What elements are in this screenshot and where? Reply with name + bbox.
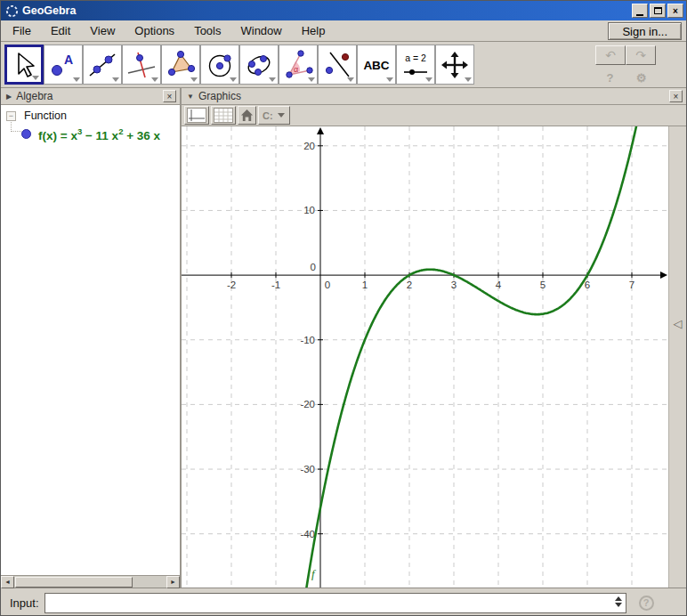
y-axis-tick-label: 0 (311, 262, 316, 272)
algebra-collapse-icon[interactable]: ▶ (6, 93, 12, 101)
graphics-panel: ▼ Graphics × (182, 88, 686, 588)
tool-dropdown-icon[interactable] (151, 77, 158, 82)
scroll-left-button[interactable]: ◄ (1, 576, 14, 588)
tool-dropdown-icon[interactable] (230, 77, 237, 82)
algebra-title: Algebra (16, 90, 53, 102)
tree-connector (11, 120, 21, 132)
perpendicular-line-tool-button[interactable] (122, 45, 161, 85)
menu-window[interactable]: Window (230, 21, 291, 40)
perpendicular-line-icon (126, 50, 157, 80)
move-tool-button[interactable] (4, 45, 44, 85)
x-axis-tick-label: 2 (407, 280, 412, 290)
undo-button[interactable]: ↶ (595, 45, 626, 65)
tool-dropdown-icon[interactable] (308, 77, 315, 82)
menu-view[interactable]: View (80, 21, 125, 40)
line-icon (87, 50, 117, 80)
axes-icon (187, 108, 206, 123)
point-capturing-button[interactable]: C: (258, 106, 290, 125)
maximize-icon (654, 7, 662, 14)
help-icon[interactable]: ? (607, 71, 614, 85)
toggle-grid-button[interactable] (211, 106, 236, 125)
function-group-node[interactable]: − Function (6, 109, 180, 122)
tool-dropdown-icon[interactable] (73, 77, 80, 82)
tool-dropdown-icon[interactable] (112, 77, 119, 82)
minimize-icon (636, 14, 643, 16)
reflect-tool-button[interactable] (318, 45, 357, 85)
menu-bar: File Edit View Options Tools Window Help… (1, 20, 686, 42)
graphics-canvas[interactable]: -2-101234567-40-30-20-1001020f (182, 126, 668, 588)
curve-label: f (311, 567, 317, 580)
function-plot[interactable]: -2-101234567-40-30-20-1001020f (182, 126, 668, 588)
collapse-left-icon[interactable]: ◁ (674, 317, 683, 588)
line-tool-button[interactable] (83, 45, 122, 85)
toggle-axes-button[interactable] (184, 106, 209, 125)
menu-edit[interactable]: Edit (41, 21, 80, 40)
slider-icon: a = 2 (400, 50, 431, 80)
point-tool-button[interactable]: A (44, 45, 83, 85)
home-icon (240, 109, 254, 122)
y-axis-tick-label: -20 (300, 399, 315, 409)
geogebra-window: GeoGebra × File Edit View Options Tools … (0, 0, 687, 616)
graphics-style-bar: C: (182, 105, 686, 126)
scrollbar-thumb[interactable] (15, 577, 133, 588)
polygon-tool-button[interactable] (161, 45, 200, 85)
slider-tool-button[interactable]: a = 2 (396, 45, 435, 85)
menu-tools[interactable]: Tools (184, 21, 230, 40)
tool-dropdown-icon[interactable] (269, 77, 276, 82)
input-history-spinner[interactable] (615, 596, 622, 607)
minimize-button[interactable] (632, 4, 648, 18)
tool-dropdown-icon[interactable] (465, 77, 472, 82)
command-input[interactable] (44, 593, 626, 613)
x-axis-tick-label: 3 (451, 280, 457, 290)
menu-help[interactable]: Help (292, 21, 335, 40)
y-axis-tick-label: -10 (300, 335, 315, 345)
graphics-header: ▼ Graphics × (182, 88, 686, 105)
input-help-icon: ? (643, 597, 650, 608)
close-icon: × (674, 92, 679, 101)
default-view-button[interactable] (238, 106, 256, 125)
function-item[interactable]: f(x) = x3 − 11 x2 + 36 x (21, 126, 180, 142)
function-curve[interactable] (182, 126, 668, 588)
tool-dropdown-icon[interactable] (32, 76, 39, 80)
angle-icon: α (283, 50, 313, 80)
tool-dropdown-icon[interactable] (190, 77, 198, 82)
tool-dropdown-icon[interactable] (425, 77, 432, 82)
x-axis-tick-label: 0 (325, 280, 330, 290)
move-graphics-tool-button[interactable] (435, 45, 474, 85)
collapse-minus-icon[interactable]: − (6, 111, 16, 121)
maximize-button[interactable] (650, 4, 666, 18)
circle-tool-button[interactable] (200, 45, 239, 85)
title-bar: GeoGebra × (1, 1, 686, 20)
x-axis-tick-label: -2 (227, 280, 236, 290)
sign-in-button[interactable]: Sign in... (608, 22, 682, 40)
input-label: Input: (10, 596, 39, 610)
text-tool-button[interactable]: ABC (357, 45, 396, 85)
x-axis-tick-label: 6 (585, 280, 590, 290)
menu-options[interactable]: Options (125, 21, 184, 40)
redo-button[interactable]: ↷ (626, 45, 656, 65)
algebra-close-button[interactable]: × (163, 90, 176, 102)
algebra-horizontal-scrollbar[interactable]: ◄ ► (1, 575, 180, 588)
tool-dropdown-icon[interactable] (347, 77, 354, 82)
right-panel-strip: ◁ (668, 126, 686, 588)
close-button[interactable]: × (667, 4, 683, 18)
graphics-close-button[interactable]: × (669, 90, 683, 102)
spinner-down-icon[interactable] (615, 603, 622, 607)
menu-file[interactable]: File (3, 21, 41, 40)
move-graphics-icon (440, 50, 470, 80)
angle-tool-button[interactable]: α (279, 45, 318, 85)
geogebra-logo-icon (5, 4, 19, 18)
ellipse-tool-button[interactable] (239, 45, 279, 85)
grid-icon (214, 108, 233, 123)
graphics-collapse-icon[interactable]: ▼ (187, 93, 194, 101)
object-visibility-dot[interactable] (21, 129, 31, 139)
tool-dropdown-icon[interactable] (386, 77, 393, 82)
svg-text:a = 2: a = 2 (405, 53, 426, 63)
input-bar: Input: ? (1, 588, 686, 616)
scroll-right-button[interactable]: ► (166, 576, 180, 588)
chevron-down-icon (278, 113, 285, 118)
gear-icon[interactable]: ⚙ (636, 71, 647, 85)
svg-text:A: A (64, 53, 73, 67)
input-help-button[interactable]: ? (639, 596, 654, 611)
spinner-up-icon[interactable] (615, 596, 622, 601)
